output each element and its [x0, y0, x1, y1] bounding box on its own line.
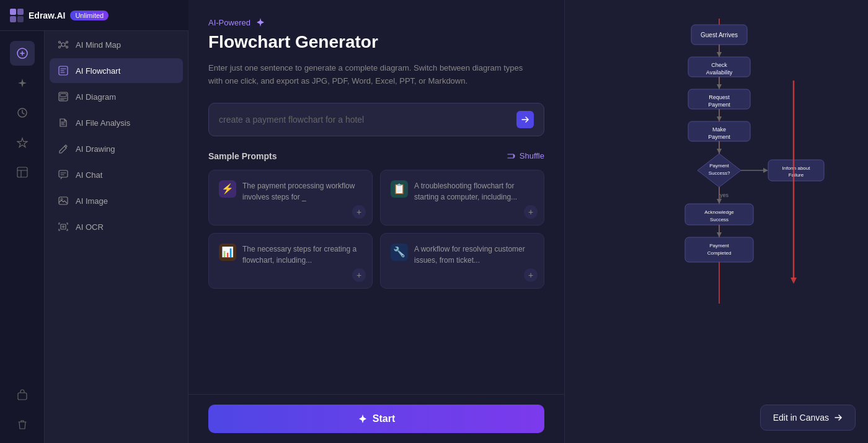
svg-rect-6 — [17, 167, 27, 177]
svg-marker-57 — [717, 199, 722, 204]
sidebar-sparkle-icon[interactable] — [10, 71, 35, 95]
nav-label-flowchart: AI Flowchart — [76, 66, 120, 76]
sidebar-history-icon[interactable] — [10, 100, 35, 125]
svg-text:Inform about: Inform about — [782, 165, 811, 171]
svg-text:Success?: Success? — [709, 170, 730, 176]
svg-point-25 — [61, 198, 63, 200]
sidebar-add-icon[interactable] — [10, 41, 35, 66]
prompt-add-2[interactable]: + — [524, 205, 538, 219]
edit-canvas-button[interactable]: Edit in Canvas — [760, 405, 856, 431]
svg-marker-36 — [717, 84, 722, 89]
diagram-icon — [57, 90, 69, 103]
chat-icon — [57, 169, 69, 181]
unlimited-badge: Unlimited — [70, 11, 108, 20]
prompt-add-3[interactable]: + — [352, 268, 366, 282]
svg-marker-67 — [790, 278, 797, 284]
icon-bar — [0, 0, 45, 443]
main-content: AI-Powered Flowchart Generator Enter jus… — [188, 0, 564, 443]
mind-map-icon — [57, 38, 69, 51]
nav-item-ocr[interactable]: AI OCR — [50, 214, 183, 239]
svg-marker-31 — [717, 52, 722, 57]
nav-label-drawing: AI Drawing — [76, 144, 115, 154]
svg-marker-46 — [717, 149, 722, 154]
nav-item-drawing[interactable]: AI Drawing — [50, 136, 183, 161]
file-analysis-icon — [57, 116, 69, 129]
send-button[interactable] — [516, 111, 534, 128]
start-button[interactable]: Start — [208, 405, 544, 433]
svg-text:yes: yes — [720, 192, 729, 198]
drawing-icon — [57, 143, 69, 155]
svg-rect-24 — [59, 197, 68, 204]
svg-rect-11 — [17, 16, 24, 22]
nav-label-mind-map: AI Mind Map — [76, 40, 121, 50]
prompt-add-4[interactable]: + — [524, 268, 538, 282]
flowchart-preview: Guest Arrives Check Availability Request… — [657, 19, 831, 304]
svg-rect-9 — [17, 9, 24, 15]
svg-rect-22 — [60, 94, 66, 97]
image-icon — [57, 195, 69, 207]
svg-text:Check: Check — [711, 62, 727, 68]
prompt-input-container — [208, 103, 544, 136]
sidebar-template-icon[interactable] — [10, 160, 35, 185]
description: Enter just one sentence to generate a co… — [208, 62, 544, 88]
svg-text:Payment: Payment — [709, 163, 729, 169]
svg-rect-8 — [10, 9, 16, 15]
prompt-card-2[interactable]: 📋 A troubleshooting flowchart for starti… — [380, 170, 544, 226]
svg-text:Completed: Completed — [707, 250, 732, 256]
svg-text:Request: Request — [709, 94, 730, 100]
sample-prompts-header: Sample Prompts Shuffle — [208, 151, 544, 161]
prompt-text-2: A troubleshooting flowchart for starting… — [414, 180, 534, 203]
svg-rect-23 — [59, 170, 68, 177]
shuffle-button[interactable]: Shuffle — [507, 151, 544, 160]
prompt-card-4[interactable]: 🔧 A workflow for resolving customer issu… — [380, 233, 544, 289]
sidebar-star-icon[interactable] — [10, 130, 35, 155]
prompt-input[interactable] — [219, 115, 516, 125]
ocr-icon — [57, 221, 69, 233]
svg-text:Payment: Payment — [708, 134, 730, 140]
svg-rect-7 — [18, 393, 27, 400]
svg-text:Make: Make — [712, 126, 726, 133]
nav-item-flowchart[interactable]: AI Flowchart — [50, 58, 183, 83]
preview-canvas: Guest Arrives Check Availability Request… — [565, 0, 868, 397]
svg-text:Payment: Payment — [709, 243, 729, 248]
nav-item-mind-map[interactable]: AI Mind Map — [50, 32, 183, 57]
sidebar-trash-icon[interactable] — [10, 412, 35, 437]
start-btn-container: Start — [188, 394, 564, 443]
svg-marker-41 — [717, 116, 722, 121]
prompt-add-1[interactable]: + — [352, 205, 366, 219]
nav-label-image: AI Image — [76, 196, 108, 206]
ai-powered-label: AI-Powered — [208, 17, 544, 27]
svg-marker-51 — [763, 168, 768, 173]
svg-text:Guest Arrives: Guest Arrives — [701, 32, 738, 38]
prompt-card-1[interactable]: ⚡ The payment processing workflow involv… — [208, 170, 373, 226]
prompt-icon-2: 📋 — [391, 180, 408, 198]
nav-label-ocr: AI OCR — [76, 222, 104, 232]
flowchart-icon — [57, 64, 69, 77]
prompt-icon-4: 🔧 — [391, 243, 408, 261]
sample-prompts-title: Sample Prompts — [208, 151, 277, 161]
prompt-icon-1: ⚡ — [219, 180, 236, 198]
svg-rect-63 — [685, 237, 753, 262]
app-title-area: Edraw.AI Unlimited — [10, 9, 108, 22]
prompt-card-3[interactable]: 📊 The necessary steps for creating a flo… — [208, 233, 373, 289]
nav-item-diagram[interactable]: AI Diagram — [50, 84, 183, 109]
svg-text:Success: Success — [710, 217, 728, 222]
prompt-text-1: The payment processing workflow involves… — [242, 180, 362, 203]
prompt-text-3: The necessary steps for creating a flowc… — [242, 243, 362, 266]
nav-label-file-analysis: AI File Analysis — [76, 118, 130, 128]
preview-panel: Guest Arrives Check Availability Request… — [564, 0, 868, 443]
svg-text:Failure: Failure — [789, 172, 804, 178]
nav-item-file-analysis[interactable]: AI File Analysis — [50, 110, 183, 135]
svg-text:Payment: Payment — [708, 102, 730, 108]
svg-rect-10 — [10, 16, 16, 22]
left-panel: Back AI Mind Map — [45, 0, 188, 443]
nav-list: AI Mind Map AI Flowchart — [45, 32, 188, 239]
nav-label-chat: AI Chat — [76, 170, 102, 180]
prompts-grid: ⚡ The payment processing workflow involv… — [208, 170, 544, 289]
nav-item-image[interactable]: AI Image — [50, 188, 183, 213]
nav-item-chat[interactable]: AI Chat — [50, 162, 183, 187]
sidebar-bag-icon[interactable] — [10, 382, 35, 407]
prompt-icon-3: 📊 — [219, 243, 236, 261]
prompt-text-4: A workflow for resolving customer issues… — [414, 243, 534, 266]
svg-text:Availability: Availability — [706, 69, 733, 76]
